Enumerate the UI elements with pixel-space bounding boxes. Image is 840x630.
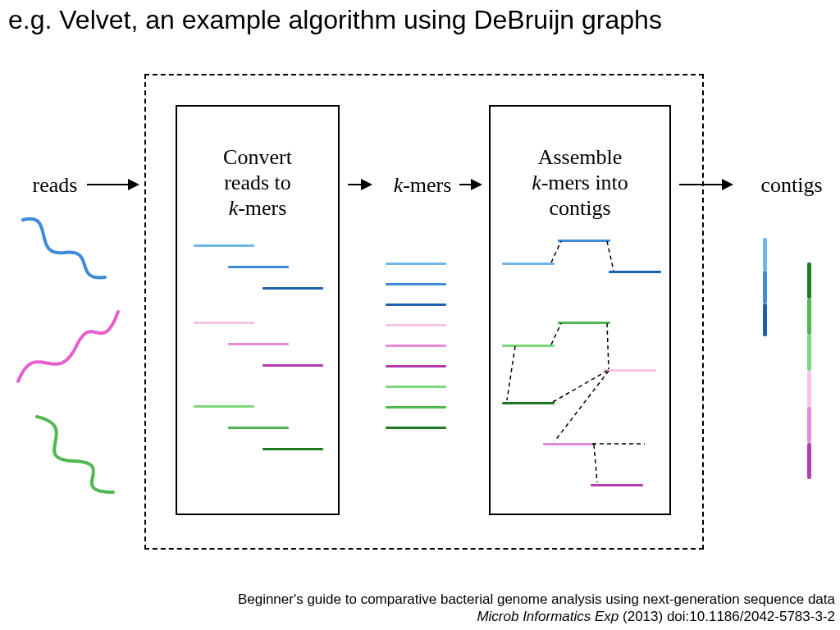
box1-line3-suffix: -mers — [238, 196, 286, 220]
citation-rest: (2013) doi:10.1186/2042-5783-3-2 — [619, 609, 835, 624]
c-seg-7 — [386, 386, 446, 388]
contig-mix-4 — [807, 371, 811, 407]
contig-mix-3 — [807, 335, 811, 371]
label-kmers: k-mers — [377, 172, 468, 198]
c-seg-6 — [386, 365, 446, 368]
c-seg-1 — [386, 262, 446, 265]
citation: Beginner's guide to comparative bacteria… — [238, 591, 835, 626]
contig-mix-5 — [807, 407, 811, 443]
c-seg-4 — [386, 324, 446, 326]
b1-seg-pink2 — [228, 343, 289, 345]
label-reads: reads — [18, 172, 92, 198]
kmers-k: k — [394, 173, 404, 197]
c-seg-8 — [386, 406, 446, 409]
kmers-suffix: -mers — [403, 173, 451, 197]
contig-blue-1 — [763, 238, 767, 271]
label-contigs: contigs — [746, 172, 837, 198]
c-seg-5 — [386, 345, 446, 347]
arrow-box1-out — [348, 184, 371, 185]
svg-line-3 — [607, 323, 609, 369]
read-squiggle-green — [25, 410, 123, 500]
contig-blue-2 — [763, 271, 767, 304]
c-seg-9 — [386, 427, 446, 429]
contig-mix-2 — [807, 299, 811, 335]
arrow-reads-in — [87, 184, 138, 185]
svg-line-5 — [553, 371, 607, 402]
svg-line-1 — [607, 241, 614, 271]
box1-line2: reads to — [224, 171, 291, 194]
b1-seg-blue2 — [228, 266, 289, 268]
box1-line1: Convert — [223, 145, 292, 169]
c-seg-2 — [386, 283, 446, 285]
contig-blue-3 — [763, 304, 767, 336]
b1-seg-blue3 — [262, 287, 323, 290]
arrow-kmers-out — [459, 184, 481, 185]
read-squiggle-blue — [15, 212, 113, 285]
citation-line1: Beginner's guide to comparative bacteria… — [238, 591, 835, 607]
citation-journal: Microb Informatics Exp — [477, 609, 619, 624]
contig-mix-6 — [807, 443, 811, 479]
slide-title: e.g. Velvet, an example algorithm using … — [8, 5, 662, 35]
box1-line3-k: k — [229, 196, 239, 220]
svg-line-4 — [507, 346, 515, 400]
read-squiggle-pink — [11, 304, 126, 394]
b1-seg-green1 — [194, 405, 254, 408]
c-seg-3 — [386, 304, 446, 306]
b1-seg-pink3 — [262, 364, 323, 367]
contig-mix-1 — [807, 262, 811, 299]
svg-line-0 — [551, 241, 561, 262]
svg-line-2 — [551, 323, 561, 345]
b1-seg-blue1 — [194, 244, 254, 247]
assembly-graph-edges — [489, 105, 671, 515]
b1-seg-green2 — [228, 427, 289, 429]
svg-line-6 — [555, 371, 609, 441]
b1-seg-green3 — [262, 448, 323, 450]
arrow-contigs-out — [679, 184, 732, 185]
box1-text: Convert reads to k-mers — [184, 144, 331, 221]
b1-seg-pink1 — [194, 322, 254, 324]
svg-line-8 — [594, 445, 597, 482]
